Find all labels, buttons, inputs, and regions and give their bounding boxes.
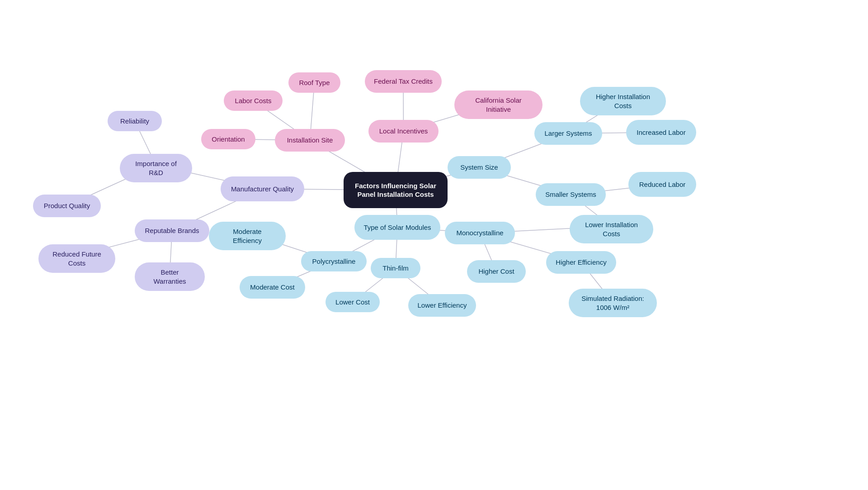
node-system_size: System Size	[448, 156, 511, 179]
mindmap-container: Factors Influencing Solar Panel Installa…	[0, 0, 868, 490]
node-center: Factors Influencing Solar Panel Installa…	[344, 172, 448, 208]
node-better_warranties: Better Warranties	[135, 262, 205, 291]
node-label-higher_installation_costs: Higher Installation Costs	[589, 92, 657, 110]
node-reliability: Reliability	[108, 111, 162, 131]
node-installation_site: Installation Site	[275, 129, 345, 152]
node-reduced_labor: Reduced Labor	[628, 172, 696, 197]
node-label-type_solar_modules: Type of Solar Modules	[363, 223, 431, 232]
node-label-orientation: Orientation	[212, 135, 245, 144]
node-label-labor_costs: Labor Costs	[235, 96, 272, 105]
node-polycrystalline: Polycrystalline	[301, 251, 367, 271]
node-lower_cost: Lower Cost	[326, 292, 380, 312]
node-label-importance_rd: Importance of R&D	[129, 159, 183, 177]
node-label-roof_type: Roof Type	[299, 78, 330, 87]
node-label-local_incentives: Local Incentives	[379, 127, 428, 136]
node-smaller_systems: Smaller Systems	[536, 183, 606, 206]
node-increased_labor: Increased Labor	[626, 120, 696, 145]
node-simulated_radiation: Simulated Radiation: 1006 W/m²	[569, 289, 657, 317]
node-label-higher_efficiency: Higher Efficiency	[556, 258, 606, 267]
node-thin_film: Thin-film	[371, 258, 420, 278]
node-moderate_efficiency: Moderate Efficiency	[209, 222, 286, 250]
node-labor_costs: Labor Costs	[224, 90, 283, 111]
node-higher_installation_costs: Higher Installation Costs	[580, 87, 666, 115]
node-label-lower_cost: Lower Cost	[335, 298, 370, 307]
node-label-better_warranties: Better Warranties	[144, 268, 196, 285]
node-label-lower_installation_costs: Lower Installation Costs	[579, 220, 644, 238]
node-label-higher_cost: Higher Cost	[478, 267, 514, 276]
node-label-product_quality: Product Quality	[44, 201, 90, 210]
node-monocrystalline: Monocrystalline	[445, 222, 515, 244]
node-label-reputable_brands: Reputable Brands	[145, 226, 199, 235]
node-label-moderate_efficiency: Moderate Efficiency	[218, 227, 277, 245]
node-reputable_brands: Reputable Brands	[135, 219, 209, 242]
node-label-simulated_radiation: Simulated Radiation: 1006 W/m²	[578, 294, 648, 312]
node-label-federal_tax_credits: Federal Tax Credits	[374, 77, 433, 86]
node-importance_rd: Importance of R&D	[120, 154, 192, 182]
node-local_incentives: Local Incentives	[368, 120, 439, 143]
node-label-reduced_labor: Reduced Labor	[639, 180, 686, 189]
node-higher_efficiency: Higher Efficiency	[546, 251, 616, 274]
node-roof_type: Roof Type	[288, 72, 340, 93]
node-label-polycrystalline: Polycrystalline	[312, 257, 356, 266]
node-orientation: Orientation	[201, 129, 255, 149]
node-california_solar: California Solar Initiative	[454, 90, 542, 119]
node-label-center: Factors Influencing Solar Panel Installa…	[353, 181, 439, 199]
node-label-larger_systems: Larger Systems	[544, 129, 592, 138]
node-moderate_cost: Moderate Cost	[240, 276, 305, 299]
node-product_quality: Product Quality	[33, 195, 101, 217]
node-label-reduced_future_costs: Reduced Future Costs	[47, 250, 106, 267]
node-label-lower_efficiency: Lower Efficiency	[418, 301, 467, 310]
node-label-smaller_systems: Smaller Systems	[545, 190, 596, 199]
node-type_solar_modules: Type of Solar Modules	[354, 215, 440, 240]
node-label-monocrystalline: Monocrystalline	[456, 228, 503, 238]
node-higher_cost: Higher Cost	[467, 260, 526, 283]
node-label-increased_labor: Increased Labor	[637, 128, 685, 137]
node-label-installation_site: Installation Site	[287, 136, 333, 145]
node-larger_systems: Larger Systems	[534, 122, 602, 145]
node-lower_installation_costs: Lower Installation Costs	[570, 215, 653, 243]
node-manufacturer_quality: Manufacturer Quality	[221, 176, 304, 201]
node-label-manufacturer_quality: Manufacturer Quality	[231, 185, 294, 194]
node-lower_efficiency: Lower Efficiency	[408, 294, 476, 317]
node-label-california_solar: California Solar Initiative	[463, 96, 533, 114]
node-reduced_future_costs: Reduced Future Costs	[38, 244, 115, 273]
node-label-moderate_cost: Moderate Cost	[250, 283, 294, 292]
node-label-thin_film: Thin-film	[382, 264, 409, 273]
node-label-reliability: Reliability	[120, 117, 149, 126]
node-federal_tax_credits: Federal Tax Credits	[365, 70, 442, 93]
node-label-system_size: System Size	[460, 163, 498, 172]
